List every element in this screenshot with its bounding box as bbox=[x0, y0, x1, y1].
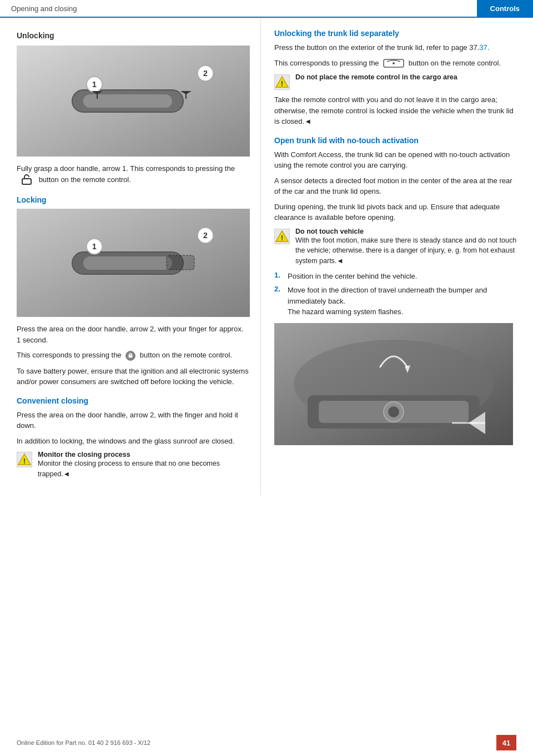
warning-box-closing: ! Monitor the closing process Monitor th… bbox=[17, 451, 249, 480]
svg-text:!: ! bbox=[281, 79, 283, 88]
trunk-para3: Take the remote control with you and do … bbox=[274, 94, 520, 127]
door-handle-svg-2: 1 2 bbox=[17, 209, 250, 317]
svg-text:2: 2 bbox=[203, 231, 208, 240]
page-header: Opening and closing Controls bbox=[0, 0, 533, 18]
trunk-page-ref: 37 bbox=[479, 43, 487, 52]
step-2: 2. Move foot in the direction of travel … bbox=[274, 285, 520, 317]
warning-icon-touch: ! bbox=[274, 229, 290, 244]
svg-text:1: 1 bbox=[92, 242, 97, 251]
warning-box-touch: ! Do not touch vehicle With the foot mot… bbox=[274, 228, 520, 266]
svg-text:!: ! bbox=[281, 233, 283, 241]
step2-text: Move foot in the direction of travel und… bbox=[288, 285, 520, 317]
left-column: Unlocking bbox=[0, 18, 261, 495]
no-touch-section: Open trunk lid with no-touch activation … bbox=[274, 136, 520, 445]
warning-icon-cargo: ! bbox=[274, 74, 290, 90]
warning-text-touch: Do not touch vehicle With the foot motio… bbox=[295, 228, 520, 266]
step1-text: Position in the center behind the vehicl… bbox=[288, 271, 417, 282]
warning-text-cargo: Do not place the remote control in the c… bbox=[295, 73, 457, 81]
trunk-para1: Press the button on the exterior of the … bbox=[274, 42, 520, 53]
warning-body-closing: Monitor the closing process to ensure th… bbox=[38, 458, 249, 480]
door-mockup-1: 1 2 bbox=[17, 46, 250, 157]
trunk-button-icon bbox=[383, 58, 405, 69]
unlocking-heading: Unlocking bbox=[17, 31, 249, 40]
trunk-unlocking-section: Unlocking the trunk lid separately Press… bbox=[274, 29, 520, 127]
svg-point-37 bbox=[388, 406, 399, 417]
open-para1: With Comfort Access, the trunk lid can b… bbox=[274, 149, 520, 171]
footer-text: Online Edition for Part no. 01 40 2 916 … bbox=[17, 739, 150, 746]
locking-para3: To save battery power, ensure that the i… bbox=[17, 366, 249, 387]
no-touch-heading: Open trunk lid with no-touch activation bbox=[274, 136, 520, 145]
lock-icon bbox=[125, 350, 136, 361]
convenient-para2: In addition to locking, the windows and … bbox=[17, 436, 249, 447]
header-right-section: Controls bbox=[477, 0, 533, 17]
warning-triangle-icon-3: ! bbox=[275, 229, 289, 244]
header-right-label: Controls bbox=[490, 4, 520, 13]
svg-text:!: ! bbox=[23, 457, 26, 465]
header-left-label: Opening and closing bbox=[11, 4, 77, 13]
trunk-image bbox=[274, 323, 513, 445]
locking-para1: Press the area on the door handle, arrow… bbox=[17, 324, 249, 345]
page-footer: Online Edition for Part no. 01 40 2 916 … bbox=[0, 735, 533, 750]
main-content: Unlocking bbox=[0, 18, 533, 495]
convenient-section: Convenient closing Press the area on the… bbox=[17, 396, 249, 480]
warning-body-touch: With the foot motion, make sure there is… bbox=[295, 235, 520, 266]
svg-rect-11 bbox=[22, 179, 31, 184]
svg-rect-15 bbox=[83, 256, 172, 270]
unlocking-section: Unlocking bbox=[17, 31, 249, 185]
warning-title-closing: Monitor the closing process bbox=[38, 451, 249, 458]
locking-image: 1 2 bbox=[17, 209, 250, 317]
warning-title-cargo: Do not place the remote control in the c… bbox=[295, 73, 457, 81]
svg-point-27 bbox=[393, 62, 395, 64]
warning-box-cargo: ! Do not place the remote control in the… bbox=[274, 73, 520, 90]
svg-text:2: 2 bbox=[203, 69, 208, 78]
locking-section: Locking 1 bbox=[17, 195, 249, 387]
header-left-section: Opening and closing bbox=[0, 0, 477, 17]
warning-title-touch: Do not touch vehicle bbox=[295, 228, 520, 235]
warning-icon-closing: ! bbox=[17, 452, 32, 467]
door-handle-svg-1: 1 2 bbox=[17, 46, 250, 157]
trunk-para2: This corresponds to pressing the button … bbox=[274, 58, 520, 69]
convenient-para1: Press the area on the door handle, arrow… bbox=[17, 410, 249, 431]
unlocking-para: Fully grasp a door handle, arrow 1. This… bbox=[17, 163, 249, 185]
convenient-heading: Convenient closing bbox=[17, 396, 249, 405]
unlock-icon bbox=[18, 174, 36, 185]
warning-triangle-icon-2: ! bbox=[275, 74, 289, 90]
page-number: 41 bbox=[496, 735, 516, 750]
svg-text:1: 1 bbox=[92, 80, 97, 89]
locking-heading: Locking bbox=[17, 195, 249, 204]
unlocking-image: 1 2 bbox=[17, 46, 250, 157]
svg-rect-20 bbox=[167, 255, 194, 270]
open-para3: During opening, the trunk lid pivots bac… bbox=[274, 201, 520, 223]
trunk-unlocking-heading: Unlocking the trunk lid separately bbox=[274, 29, 520, 38]
warning-text-closing: Monitor the closing process Monitor the … bbox=[38, 451, 249, 480]
right-column: Unlocking the trunk lid separately Press… bbox=[261, 18, 533, 495]
open-para2: A sensor detects a directed foot motion … bbox=[274, 175, 520, 197]
warning-triangle-icon: ! bbox=[17, 452, 32, 467]
locking-para2: This corresponds to pressing the button … bbox=[17, 350, 249, 361]
trunk-svg bbox=[274, 323, 513, 445]
step-1: 1. Position in the center behind the veh… bbox=[274, 271, 520, 282]
